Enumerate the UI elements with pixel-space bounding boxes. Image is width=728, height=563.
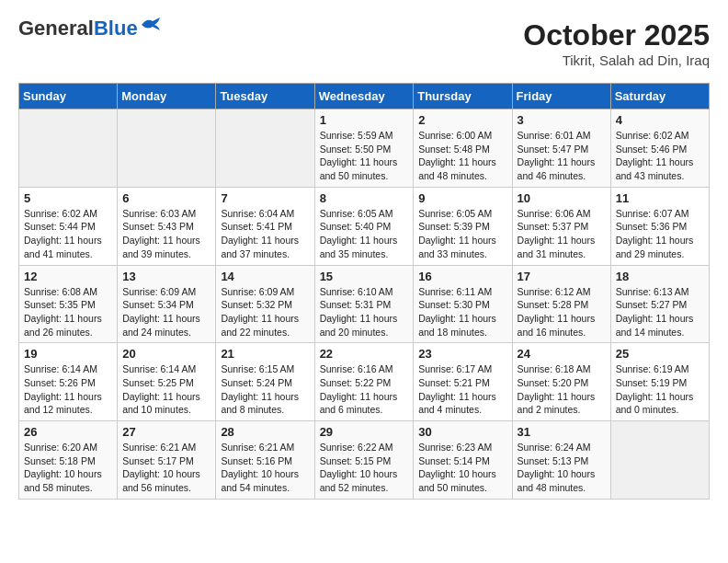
- day-info: Sunrise: 6:05 AM Sunset: 5:39 PM Dayligh…: [418, 207, 506, 261]
- day-info: Sunrise: 6:07 AM Sunset: 5:36 PM Dayligh…: [616, 207, 704, 261]
- logo: GeneralBlue: [18, 18, 160, 39]
- day-number: 5: [24, 191, 112, 205]
- weekday-header: Monday: [118, 84, 216, 109]
- day-info: Sunrise: 6:16 AM Sunset: 5:22 PM Dayligh…: [320, 362, 409, 417]
- day-info: Sunrise: 6:19 AM Sunset: 5:19 PM Dayligh…: [616, 362, 704, 417]
- day-number: 8: [320, 191, 409, 205]
- calendar-cell: 10Sunrise: 6:06 AM Sunset: 5:37 PM Dayli…: [512, 187, 610, 265]
- day-info: Sunrise: 6:20 AM Sunset: 5:18 PM Dayligh…: [24, 441, 112, 495]
- logo-blue-text: Blue: [94, 17, 138, 40]
- day-info: Sunrise: 6:17 AM Sunset: 5:21 PM Dayligh…: [418, 362, 506, 417]
- calendar-cell: 2Sunrise: 6:00 AM Sunset: 5:48 PM Daylig…: [414, 109, 512, 188]
- calendar-cell: 5Sunrise: 6:02 AM Sunset: 5:44 PM Daylig…: [19, 187, 118, 265]
- day-number: 18: [616, 270, 704, 283]
- calendar-cell: 11Sunrise: 6:07 AM Sunset: 5:36 PM Dayli…: [610, 187, 709, 265]
- day-number: 1: [320, 113, 409, 127]
- calendar-cell: 30Sunrise: 6:23 AM Sunset: 5:14 PM Dayli…: [414, 421, 512, 500]
- calendar-cell: 28Sunrise: 6:21 AM Sunset: 5:16 PM Dayli…: [216, 421, 314, 500]
- day-info: Sunrise: 6:09 AM Sunset: 5:32 PM Dayligh…: [221, 285, 309, 339]
- day-info: Sunrise: 6:14 AM Sunset: 5:26 PM Dayligh…: [24, 362, 112, 417]
- calendar-cell: 29Sunrise: 6:22 AM Sunset: 5:15 PM Dayli…: [314, 421, 414, 500]
- day-info: Sunrise: 6:23 AM Sunset: 5:14 PM Dayligh…: [418, 441, 506, 495]
- day-info: Sunrise: 6:05 AM Sunset: 5:40 PM Dayligh…: [320, 207, 409, 261]
- calendar-week-row: 1Sunrise: 5:59 AM Sunset: 5:50 PM Daylig…: [19, 109, 710, 188]
- day-info: Sunrise: 6:15 AM Sunset: 5:24 PM Dayligh…: [221, 362, 309, 417]
- calendar-cell: 3Sunrise: 6:01 AM Sunset: 5:47 PM Daylig…: [512, 109, 610, 188]
- weekday-header: Tuesday: [216, 84, 314, 109]
- day-number: 29: [320, 425, 409, 439]
- day-number: 13: [122, 270, 210, 283]
- day-info: Sunrise: 6:04 AM Sunset: 5:41 PM Dayligh…: [221, 207, 309, 261]
- day-info: Sunrise: 6:18 AM Sunset: 5:20 PM Dayligh…: [518, 362, 606, 417]
- day-number: 2: [418, 113, 506, 127]
- calendar-cell: 18Sunrise: 6:13 AM Sunset: 5:27 PM Dayli…: [610, 265, 709, 343]
- day-info: Sunrise: 6:11 AM Sunset: 5:30 PM Dayligh…: [418, 285, 506, 339]
- day-number: 31: [518, 425, 606, 439]
- calendar-cell: 12Sunrise: 6:08 AM Sunset: 5:35 PM Dayli…: [19, 265, 118, 343]
- day-number: 23: [418, 347, 506, 361]
- day-number: 16: [418, 270, 506, 283]
- calendar-week-row: 19Sunrise: 6:14 AM Sunset: 5:26 PM Dayli…: [19, 343, 710, 421]
- calendar-cell: 21Sunrise: 6:15 AM Sunset: 5:24 PM Dayli…: [216, 343, 314, 421]
- day-number: 19: [24, 347, 112, 361]
- calendar-cell: 24Sunrise: 6:18 AM Sunset: 5:20 PM Dayli…: [512, 343, 610, 421]
- day-number: 7: [221, 191, 309, 205]
- day-info: Sunrise: 6:08 AM Sunset: 5:35 PM Dayligh…: [24, 285, 112, 339]
- day-info: Sunrise: 6:22 AM Sunset: 5:15 PM Dayligh…: [320, 441, 409, 495]
- day-info: Sunrise: 6:06 AM Sunset: 5:37 PM Dayligh…: [518, 207, 606, 261]
- calendar-cell: 9Sunrise: 6:05 AM Sunset: 5:39 PM Daylig…: [414, 187, 512, 265]
- calendar-cell: 23Sunrise: 6:17 AM Sunset: 5:21 PM Dayli…: [414, 343, 512, 421]
- calendar-cell: 4Sunrise: 6:02 AM Sunset: 5:46 PM Daylig…: [610, 109, 709, 188]
- day-number: 12: [24, 270, 112, 283]
- logo-bird-icon: [140, 17, 160, 32]
- day-number: 21: [221, 347, 309, 361]
- day-number: 9: [418, 191, 506, 205]
- calendar-cell: 26Sunrise: 6:20 AM Sunset: 5:18 PM Dayli…: [19, 421, 118, 500]
- title-block: October 2025 Tikrit, Salah ad Din, Iraq: [523, 18, 710, 68]
- calendar-cell: 13Sunrise: 6:09 AM Sunset: 5:34 PM Dayli…: [118, 265, 216, 343]
- calendar-cell: [118, 109, 216, 188]
- calendar-week-row: 12Sunrise: 6:08 AM Sunset: 5:35 PM Dayli…: [19, 265, 710, 343]
- calendar-cell: 25Sunrise: 6:19 AM Sunset: 5:19 PM Dayli…: [610, 343, 709, 421]
- logo-general-text: General: [18, 17, 94, 40]
- day-info: Sunrise: 6:21 AM Sunset: 5:17 PM Dayligh…: [122, 441, 210, 495]
- day-number: 24: [518, 347, 606, 361]
- day-info: Sunrise: 6:02 AM Sunset: 5:46 PM Dayligh…: [616, 129, 704, 183]
- day-info: Sunrise: 5:59 AM Sunset: 5:50 PM Dayligh…: [320, 129, 409, 183]
- day-number: 20: [122, 347, 210, 361]
- day-info: Sunrise: 6:10 AM Sunset: 5:31 PM Dayligh…: [320, 285, 409, 339]
- page-header: GeneralBlue October 2025 Tikrit, Salah a…: [18, 18, 710, 68]
- calendar-table: SundayMondayTuesdayWednesdayThursdayFrid…: [18, 83, 710, 500]
- day-info: Sunrise: 6:00 AM Sunset: 5:48 PM Dayligh…: [418, 129, 506, 183]
- calendar-cell: 7Sunrise: 6:04 AM Sunset: 5:41 PM Daylig…: [216, 187, 314, 265]
- page-subtitle: Tikrit, Salah ad Din, Iraq: [523, 52, 710, 68]
- calendar-cell: 17Sunrise: 6:12 AM Sunset: 5:28 PM Dayli…: [512, 265, 610, 343]
- day-number: 17: [518, 270, 606, 283]
- weekday-header: Friday: [512, 84, 610, 109]
- day-info: Sunrise: 6:24 AM Sunset: 5:13 PM Dayligh…: [518, 441, 606, 495]
- calendar-cell: 19Sunrise: 6:14 AM Sunset: 5:26 PM Dayli…: [19, 343, 118, 421]
- day-info: Sunrise: 6:09 AM Sunset: 5:34 PM Dayligh…: [122, 285, 210, 339]
- calendar-cell: 22Sunrise: 6:16 AM Sunset: 5:22 PM Dayli…: [314, 343, 414, 421]
- day-number: 25: [616, 347, 704, 361]
- calendar-cell: [216, 109, 314, 188]
- calendar-header-row: SundayMondayTuesdayWednesdayThursdayFrid…: [19, 84, 710, 109]
- calendar-week-row: 26Sunrise: 6:20 AM Sunset: 5:18 PM Dayli…: [19, 421, 710, 500]
- weekday-header: Thursday: [414, 84, 512, 109]
- day-info: Sunrise: 6:13 AM Sunset: 5:27 PM Dayligh…: [616, 285, 704, 339]
- day-number: 14: [221, 270, 309, 283]
- calendar-cell: 31Sunrise: 6:24 AM Sunset: 5:13 PM Dayli…: [512, 421, 610, 500]
- day-number: 11: [616, 191, 704, 205]
- page-title: October 2025: [523, 18, 710, 52]
- day-number: 30: [418, 425, 506, 439]
- calendar-cell: 27Sunrise: 6:21 AM Sunset: 5:17 PM Dayli…: [118, 421, 216, 500]
- day-info: Sunrise: 6:21 AM Sunset: 5:16 PM Dayligh…: [221, 441, 309, 495]
- day-info: Sunrise: 6:02 AM Sunset: 5:44 PM Dayligh…: [24, 207, 112, 261]
- calendar-cell: [610, 421, 709, 500]
- day-number: 22: [320, 347, 409, 361]
- calendar-cell: [19, 109, 118, 188]
- calendar-cell: 8Sunrise: 6:05 AM Sunset: 5:40 PM Daylig…: [314, 187, 414, 265]
- day-number: 3: [518, 113, 606, 127]
- calendar-cell: 20Sunrise: 6:14 AM Sunset: 5:25 PM Dayli…: [118, 343, 216, 421]
- day-number: 28: [221, 425, 309, 439]
